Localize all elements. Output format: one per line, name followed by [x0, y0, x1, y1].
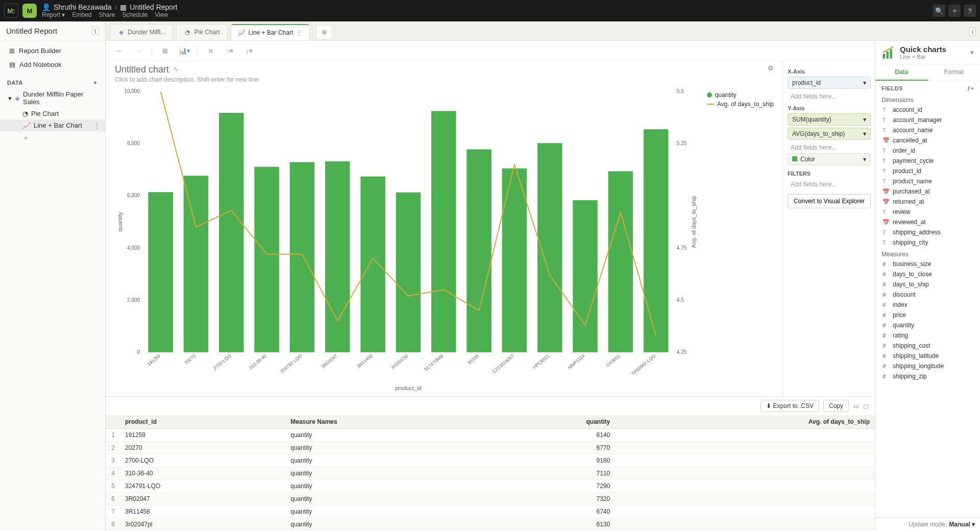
- chart-type-button[interactable]: 📊▾: [178, 44, 191, 58]
- menu-share[interactable]: Share: [99, 11, 115, 18]
- minimize-table-icon[interactable]: ▭: [853, 402, 859, 410]
- field-product_id[interactable]: Tproduct_id: [875, 166, 980, 176]
- filters-add-fields[interactable]: Add fields here...: [788, 179, 871, 190]
- table-header[interactable]: product_id: [120, 415, 285, 429]
- field-account_id[interactable]: Taccount_id: [875, 105, 980, 115]
- table-header[interactable]: quantity: [492, 415, 615, 429]
- table-row[interactable]: 220270quantity6770: [106, 442, 875, 454]
- forward-button[interactable]: →: [132, 44, 145, 58]
- xaxis-field-pill[interactable]: product_id▾: [788, 77, 871, 89]
- field-reviewed_at[interactable]: 📅reviewed_at: [875, 217, 980, 227]
- maximize-table-icon[interactable]: ◻: [863, 402, 869, 410]
- svg-rect-12: [184, 176, 209, 352]
- convert-button[interactable]: Convert to Visual Explorer: [788, 194, 871, 208]
- chart-title[interactable]: Untitled chart: [115, 64, 169, 75]
- combo-icon: 📈: [22, 122, 31, 129]
- field-price[interactable]: #price: [875, 310, 980, 320]
- tab-more-icon[interactable]: ⋮: [296, 29, 302, 36]
- app-logo-icon[interactable]: M:: [4, 4, 18, 18]
- chart-node-combo[interactable]: 📈Line + Bar Chart⋮: [0, 119, 105, 131]
- sort-asc-button[interactable]: ↑≡: [223, 44, 236, 58]
- field-rating[interactable]: #rating: [875, 330, 980, 341]
- new-tab-button[interactable]: ⊕: [316, 25, 332, 39]
- chart-settings-icon[interactable]: ⚙: [768, 64, 774, 72]
- field-discount[interactable]: #discount: [875, 289, 980, 300]
- fields-tab-format[interactable]: Format: [928, 64, 981, 81]
- dataset-node[interactable]: ▾◈Dunder Mifflin Paper Sales: [0, 88, 105, 108]
- nav-report-builder[interactable]: ⊞Report Builder: [0, 44, 105, 58]
- add-data-button[interactable]: ＋: [92, 79, 99, 86]
- menu-report[interactable]: Report ▾: [42, 11, 65, 18]
- brand-icon[interactable]: M: [22, 4, 37, 18]
- chart-legend: quantity Avg. of days_to_ship: [702, 86, 774, 393]
- menu-view[interactable]: View: [155, 11, 168, 18]
- add-icon[interactable]: ＋: [948, 5, 961, 17]
- field-shipping_zip[interactable]: #shipping_zip: [875, 371, 980, 381]
- add-chart-button[interactable]: ＋: [0, 131, 105, 144]
- field-review[interactable]: Treview: [875, 207, 980, 217]
- nav-add-notebook[interactable]: ▤Add Notebook: [0, 58, 105, 71]
- svg-text:5.25: 5.25: [677, 140, 687, 146]
- field-purchased_at[interactable]: 📅purchased_at: [875, 186, 980, 197]
- field-order_id[interactable]: Torder_id: [875, 146, 980, 156]
- breadcrumb-report[interactable]: Untitled Report: [130, 3, 177, 11]
- field-quantity[interactable]: #quantity: [875, 320, 980, 330]
- field-product_name[interactable]: Tproduct_name: [875, 176, 980, 186]
- field-returned_at[interactable]: 📅returned_at: [875, 197, 980, 207]
- color-pill[interactable]: Color▾: [788, 153, 871, 165]
- add-field-icon[interactable]: ƒ+: [967, 85, 974, 91]
- table-row[interactable]: 1191259quantity6140: [106, 429, 875, 442]
- field-cancelled_at[interactable]: 📅cancelled_at: [875, 135, 980, 146]
- field-account_name[interactable]: Taccount_name: [875, 125, 980, 135]
- update-mode-value[interactable]: Manual ▾: [949, 521, 975, 528]
- field-shipping_latitude[interactable]: #shipping_latitude: [875, 351, 980, 361]
- menu-schedule[interactable]: Schedule: [122, 11, 148, 18]
- search-icon[interactable]: 🔍: [933, 5, 945, 17]
- quick-chart-dropdown[interactable]: ▾: [970, 49, 974, 56]
- add-panel-button[interactable]: ⊞: [158, 44, 172, 58]
- table-row[interactable]: 5324791-LQOquantity7290: [106, 480, 875, 493]
- edit-title-icon[interactable]: ✎: [173, 66, 179, 74]
- expand-right-button[interactable]: ⟩: [969, 28, 976, 36]
- table-row[interactable]: 4310-36-40quantity7110: [106, 467, 875, 480]
- chart-node-pie[interactable]: ◔Pie Chart: [0, 108, 105, 119]
- field-account_manager[interactable]: Taccount_manager: [875, 115, 980, 125]
- copy-button[interactable]: Copy: [823, 400, 849, 412]
- yaxis-field1-pill[interactable]: SUM(quantity)▾: [788, 113, 871, 126]
- tab-dataset[interactable]: ◈Dunder Miffl...: [110, 24, 173, 40]
- field-index[interactable]: #index: [875, 300, 980, 310]
- field-shipping_city[interactable]: Tshipping_city: [875, 237, 980, 248]
- swap-axes-button[interactable]: ⤮: [204, 44, 217, 58]
- tab-combo[interactable]: 📈Line + Bar Chart⋮: [231, 24, 310, 40]
- xaxis-add-fields[interactable]: Add fields here...: [788, 91, 871, 102]
- field-shipping_cost[interactable]: #shipping_cost: [875, 341, 980, 351]
- breadcrumb-user[interactable]: Shruthi Bezawada: [54, 3, 112, 11]
- legend-bar-label: quantity: [715, 91, 737, 99]
- data-table-region: ⬇Export to .CSV Copy ▭ ◻ product_idMeasu…: [106, 396, 875, 531]
- field-days_to_close[interactable]: #days_to_close: [875, 269, 980, 279]
- menu-embed[interactable]: Embed: [72, 11, 91, 18]
- export-csv-button[interactable]: ⬇Export to .CSV: [761, 400, 819, 412]
- table-row[interactable]: 63R02047quantity7320: [106, 493, 875, 505]
- collapse-sidebar-button[interactable]: ⟨: [92, 27, 99, 35]
- back-button[interactable]: ←: [113, 44, 126, 58]
- field-business_size[interactable]: #business_size: [875, 259, 980, 269]
- table-header[interactable]: Avg. of days_to_ship: [615, 415, 875, 429]
- yaxis-add-fields[interactable]: Add fields here...: [788, 142, 871, 153]
- table-row[interactable]: 83r02047plquantity6130: [106, 518, 875, 531]
- table-header[interactable]: Measure Names: [285, 415, 492, 429]
- tab-pie[interactable]: ◔Pie Chart: [176, 24, 227, 40]
- field-shipping_longitude[interactable]: #shipping_longitude: [875, 361, 980, 371]
- sort-desc-button[interactable]: ↓≡: [242, 44, 256, 58]
- fields-tab-data[interactable]: Data: [875, 64, 928, 81]
- yaxis-field2-pill[interactable]: AVG(days_to_ship)▾: [788, 128, 871, 140]
- field-shipping_address[interactable]: Tshipping_address: [875, 227, 980, 237]
- field-payment_cycle[interactable]: Tpayment_cycle: [875, 156, 980, 166]
- chart-more-icon[interactable]: ⋮: [93, 122, 100, 129]
- table-row[interactable]: 73R11458quantity6740: [106, 505, 875, 518]
- chart-description[interactable]: Click to add chart description. Shift-en…: [115, 76, 774, 83]
- help-icon[interactable]: ?: [964, 5, 976, 17]
- field-days_to_ship[interactable]: #days_to_ship: [875, 279, 980, 289]
- table-row[interactable]: 32700-LQOquantity9180: [106, 454, 875, 467]
- report-title[interactable]: Untitled Report: [6, 27, 57, 35]
